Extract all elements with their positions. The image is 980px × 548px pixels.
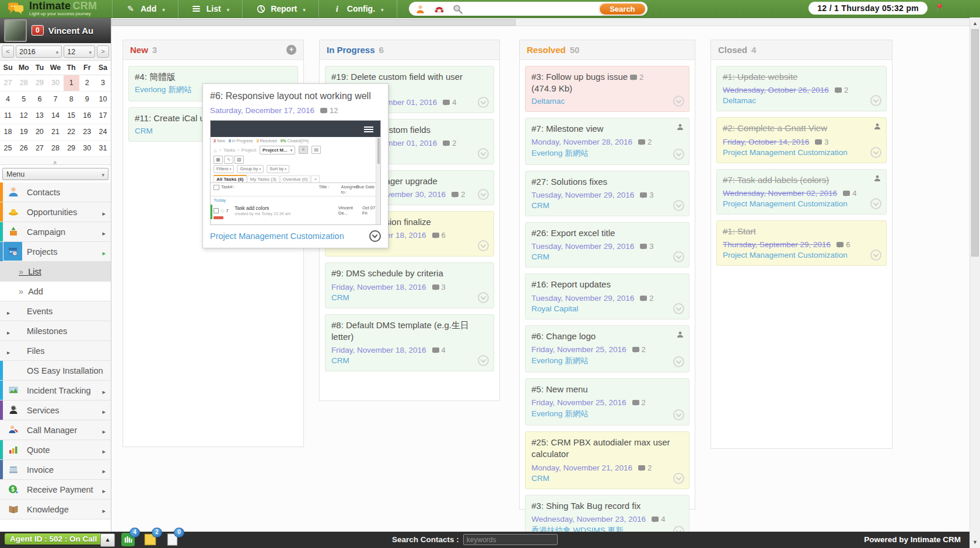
global-search-bar[interactable]: Search: [409, 2, 648, 16]
calendar-day[interactable]: 2: [79, 75, 95, 92]
card-project-link[interactable]: Everlong 新網站: [531, 409, 589, 418]
calendar-day[interactable]: 14: [47, 108, 63, 124]
card-project-link[interactable]: Project Management Customization: [723, 199, 848, 208]
calendar-day[interactable]: 8: [64, 92, 79, 108]
card-date-link[interactable]: Monday, November 28, 2016: [531, 138, 632, 146]
avatar[interactable]: [4, 19, 27, 42]
card-expand-chevron-icon[interactable]: [870, 250, 881, 261]
vertical-scrollbar-thumb[interactable]: [971, 29, 979, 257]
app-logo[interactable]: IntimateCRM Light up your success journe…: [0, 1, 112, 16]
sidebar-menu-item[interactable]: Events: [0, 301, 111, 321]
sidebar-menu-item[interactable]: Files: [0, 341, 111, 361]
calendar-month-select[interactable]: 12: [64, 45, 95, 58]
card-project-link[interactable]: CRM: [331, 356, 349, 365]
contact-search-input[interactable]: [463, 534, 558, 545]
card-project-link[interactable]: Everlong 新網站: [135, 85, 192, 94]
sidebar-menu-item[interactable]: Incident Tracking: [0, 381, 111, 401]
expand-arrow-icon[interactable]: [7, 347, 10, 356]
task-card[interactable]: #26: Export excel title Tuesday, Novembe…: [525, 222, 690, 268]
calendar-day[interactable]: 28: [47, 140, 63, 157]
calendar-day[interactable]: 21: [47, 124, 63, 140]
calendar-day[interactable]: 16: [79, 108, 95, 124]
calendar-prev-button[interactable]: <: [2, 45, 14, 58]
sidebar-menu-item[interactable]: Call Manager: [0, 420, 111, 440]
task-card[interactable]: #8: Default DMS template (e.g.生日letter) …: [325, 314, 494, 372]
calendar-day[interactable]: 23: [79, 124, 95, 140]
card-date-link[interactable]: Friday, October 14, 2016: [723, 138, 809, 146]
contact-person-icon[interactable]: [414, 3, 428, 15]
calendar-day[interactable]: 18: [0, 124, 16, 140]
task-card[interactable]: #7: Milestone view Monday, November 28, …: [525, 118, 690, 165]
calendar-day[interactable]: 28: [16, 75, 32, 92]
scrollbar-up-arrow[interactable]: ▲: [970, 19, 980, 28]
document-tray-icon[interactable]: 0: [166, 533, 179, 546]
calendar-day[interactable]: 1: [64, 75, 79, 92]
menu-dropdown[interactable]: Menu: [2, 168, 108, 180]
sidebar-menu-item[interactable]: Contacts: [0, 182, 111, 202]
calendar-year-select[interactable]: 2016: [16, 45, 62, 58]
card-expand-chevron-icon[interactable]: [478, 292, 489, 303]
card-project-link[interactable]: Everlong 新網站: [531, 356, 589, 365]
card-date-link[interactable]: Wednesday, October 26, 2016: [723, 86, 829, 94]
calendar-day[interactable]: 6: [32, 92, 47, 108]
card-project-link[interactable]: 香港扶幼會 WDSIMS 更新: [531, 526, 624, 532]
sidebar-menu-item[interactable]: Milestones: [0, 321, 111, 341]
calendar-day[interactable]: 29: [32, 75, 47, 92]
calendar-day[interactable]: 10: [95, 92, 111, 108]
task-card[interactable]: #1: Update website Wednesday, October 26…: [716, 66, 887, 111]
calendar-day[interactable]: 30: [79, 140, 95, 157]
card-expand-chevron-icon[interactable]: [870, 198, 881, 209]
popup-collapse-chevron-icon[interactable]: [369, 230, 381, 242]
card-project-link[interactable]: CRM: [531, 201, 550, 210]
calendar-day[interactable]: 22: [64, 124, 79, 140]
calendar-day[interactable]: 19: [16, 124, 32, 140]
task-card[interactable]: #7: Task add labels (colors) Wednesday, …: [716, 169, 887, 215]
scroll-top-button[interactable]: ▲: [100, 533, 115, 547]
agent-status-badge[interactable]: Agent ID : 502 : On Call: [5, 533, 102, 545]
card-project-link[interactable]: CRM: [331, 293, 349, 302]
task-card[interactable]: #2: Complete a Gnatt View Friday, Octobe…: [716, 117, 887, 163]
card-date-link[interactable]: Friday, November 25, 2016: [531, 398, 626, 407]
scrollbar-down-arrow[interactable]: ▼: [970, 538, 980, 547]
sidebar-menu-item[interactable]: OS Easy Installation: [0, 361, 111, 381]
card-date-link[interactable]: Tuesday, November 29, 2016: [531, 294, 634, 303]
card-expand-chevron-icon[interactable]: [673, 356, 684, 367]
card-date-link[interactable]: Wednesday, November 02, 2016: [723, 189, 837, 198]
card-project-link[interactable]: Deltamac: [723, 96, 756, 105]
calendar-day[interactable]: 27: [32, 140, 47, 157]
phone-cloud-icon[interactable]: [432, 3, 446, 15]
calendar-day[interactable]: 5: [16, 92, 32, 108]
card-project-link[interactable]: Everlong 新網站: [531, 149, 589, 157]
card-expand-chevron-icon[interactable]: [870, 147, 881, 158]
task-card[interactable]: #5: New menu Friday, November 25, 2016 2…: [525, 378, 690, 426]
expand-arrow-icon[interactable]: [7, 327, 10, 336]
card-expand-chevron-icon[interactable]: [478, 189, 489, 200]
card-project-link[interactable]: CRM: [531, 252, 550, 261]
card-expand-chevron-icon[interactable]: [478, 355, 489, 366]
calendar-day[interactable]: 20: [32, 124, 47, 140]
user-panel[interactable]: 0 Vincent Au: [0, 17, 111, 43]
calendar-day[interactable]: 24: [95, 124, 111, 140]
calendar-day[interactable]: 27: [0, 75, 16, 92]
card-date-link[interactable]: Friday, November 18, 2016: [331, 346, 426, 354]
calendar-day[interactable]: 31: [95, 140, 111, 157]
card-expand-chevron-icon[interactable]: [673, 96, 684, 107]
attachment-screenshot-thumbnail[interactable]: 3New0In Progress3Resolved0%Closed(0%) ⌂ …: [210, 120, 381, 225]
task-card[interactable]: #27: Solutions fixes Tuesday, November 2…: [525, 171, 690, 216]
sidebar-menu-item[interactable]: List: [0, 262, 111, 282]
card-expand-chevron-icon[interactable]: [673, 149, 684, 160]
card-date-link[interactable]: Tuesday, November 29, 2016: [531, 191, 634, 199]
global-search-input[interactable]: [470, 4, 595, 14]
sidebar-menu-item[interactable]: Quote: [0, 440, 111, 460]
topbar-menu[interactable]: ✎ Add: [112, 0, 178, 17]
calendar-day[interactable]: 7: [47, 92, 63, 108]
vertical-scrollbar[interactable]: ▲ ▼: [970, 17, 980, 548]
card-date-link[interactable]: Wednesday, November 23, 2016: [531, 515, 646, 524]
calendar-next-button[interactable]: >: [97, 45, 109, 58]
notification-badge[interactable]: 0: [32, 25, 44, 36]
calendar-day[interactable]: 11: [0, 108, 16, 124]
card-date-link[interactable]: Monday, November 21, 2016: [531, 463, 632, 472]
sidebar-menu-item[interactable]: Knowledge: [0, 500, 111, 519]
add-card-button[interactable]: +: [286, 45, 296, 55]
popup-project-link[interactable]: Project Management Customization: [210, 231, 344, 241]
